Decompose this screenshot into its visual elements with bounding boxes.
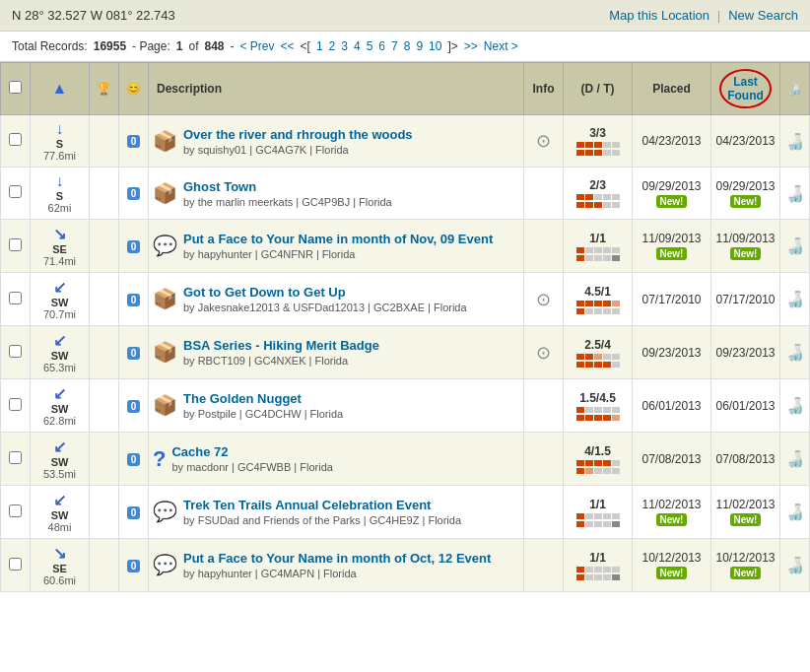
prev-link[interactable]: < Prev <box>240 39 275 53</box>
select-all-checkbox[interactable] <box>9 81 22 94</box>
badge-cell: 0 <box>119 539 149 592</box>
last-found-cell: 07/08/2013 <box>711 433 780 486</box>
row-checkbox[interactable] <box>9 133 22 146</box>
page-2-link[interactable]: 2 <box>329 39 336 53</box>
cache-title-link[interactable]: Got to Get Down to Get Up <box>183 285 346 300</box>
th-bottle: 🍶 <box>780 63 810 115</box>
cache-title-link[interactable]: Put a Face to Your Name in month of Nov,… <box>183 232 493 246</box>
row-checkbox-cell <box>1 433 31 486</box>
page-9-link[interactable]: 9 <box>416 39 423 53</box>
cache-meta: by RBCT109 | GC4NXEK | Florida <box>183 355 379 367</box>
log-bottle-icon[interactable]: 🍶 <box>785 450 805 467</box>
cache-type-cell: ? <box>153 446 166 472</box>
table-row: ↓ S 77.6mi 0 📦 Over the river and rhroug… <box>1 115 810 168</box>
page-1-link[interactable]: 1 <box>316 39 323 53</box>
row-checkbox[interactable] <box>9 558 22 571</box>
new-badge-lf: New! <box>730 513 762 526</box>
map-location-link[interactable]: Map this Location <box>609 8 709 23</box>
next-link[interactable]: Next > <box>484 39 518 53</box>
row-checkbox[interactable] <box>9 504 22 517</box>
log-bottle-icon[interactable]: 🍶 <box>785 504 805 520</box>
event-cache-icon: 💬 <box>153 235 177 256</box>
cache-title-link[interactable]: Put a Face to Your Name in month of Oct,… <box>183 551 491 566</box>
log-bottle-icon[interactable]: 🍶 <box>785 185 805 202</box>
last-found-header[interactable]: LastFound <box>719 69 772 108</box>
page-6-link[interactable]: 6 <box>378 39 385 53</box>
placed-cell: 10/12/2013 New! <box>633 539 711 592</box>
th-checkbox <box>1 63 31 115</box>
placed-date: 04/23/2013 <box>637 134 707 148</box>
cache-title-link[interactable]: Trek Ten Trails Annual Celebration Event <box>183 498 431 512</box>
last-found-date: 11/02/2013 <box>715 498 776 511</box>
row-checkbox[interactable] <box>9 398 22 411</box>
cache-info: Ghost Town by the marlin meerkats | GC4P… <box>183 179 392 208</box>
page-3-link[interactable]: 3 <box>341 39 348 53</box>
th-dt[interactable]: (D / T) <box>564 63 633 115</box>
row-checkbox[interactable] <box>9 238 22 251</box>
row-checkbox[interactable] <box>9 185 22 198</box>
page-8-link[interactable]: 8 <box>404 39 411 53</box>
info-cell <box>524 539 564 592</box>
count-badge: 0 <box>127 347 141 360</box>
distance-label: 60.6mi <box>34 574 85 586</box>
placed-date: 06/01/2013 <box>637 399 707 413</box>
new-badge-lf: New! <box>730 247 762 260</box>
dt-value: 1/1 <box>568 498 628 511</box>
th-last-found[interactable]: LastFound <box>711 63 780 115</box>
info-cell: ⊙ <box>524 115 564 168</box>
page-4-link[interactable]: 4 <box>354 39 361 53</box>
direction-cell: ↘ SE 60.6mi <box>31 539 90 592</box>
coordinates: N 28° 32.527 W 081° 22.743 <box>12 8 175 23</box>
cache-title-link[interactable]: Ghost Town <box>183 179 256 194</box>
pagination-bar: Total Records: 16955 - Page: 1 of 848 - … <box>0 32 810 62</box>
log-bottle-icon[interactable]: 🍶 <box>785 133 805 150</box>
dt-cell: 4.5/1 <box>564 273 633 326</box>
log-bottle-icon[interactable]: 🍶 <box>785 557 805 573</box>
th-face: 😊 <box>119 63 149 115</box>
direction-cell: ↙ SW 65.3mi <box>31 326 90 379</box>
log-bottle-icon[interactable]: 🍶 <box>785 291 805 307</box>
row-checkbox-cell <box>1 115 31 168</box>
info-cell <box>524 379 564 433</box>
new-search-link[interactable]: New Search <box>728 8 798 23</box>
dash-sep: - <box>231 39 235 53</box>
log-bottle-icon[interactable]: 🍶 <box>785 397 805 414</box>
page-10-link[interactable]: 10 <box>429 39 441 53</box>
cache-title-link[interactable]: BSA Series - Hiking Merit Badge <box>183 338 379 353</box>
sort-arrow-icon: ▲ <box>52 80 68 97</box>
distance-label: 53.5mi <box>34 468 85 480</box>
row-checkbox[interactable] <box>9 451 22 464</box>
cache-type-cell: 📦 <box>153 129 177 153</box>
traditional-cache-icon: 📦 <box>153 341 177 363</box>
log-bottle-icon[interactable]: 🍶 <box>785 344 805 361</box>
log-bottle-icon[interactable]: 🍶 <box>785 237 805 254</box>
placed-date: 09/23/2013 <box>637 346 707 360</box>
row-checkbox[interactable] <box>9 345 22 358</box>
last-found-cell: 07/17/2010 <box>711 273 780 326</box>
direction-cell: ↙ SW 62.8mi <box>31 379 90 433</box>
dt-cell: 2.5/4 <box>564 326 633 379</box>
badge-cell: 0 <box>119 326 149 379</box>
info-cell <box>524 168 564 220</box>
row-checkbox-cell <box>1 486 31 539</box>
page-7-link[interactable]: 7 <box>391 39 398 53</box>
row-checkbox[interactable] <box>9 292 22 304</box>
total-records-value: 16955 <box>94 39 126 53</box>
premium-icon: ⊙ <box>536 131 551 151</box>
cache-info: Trek Ten Trails Annual Celebration Event… <box>183 498 461 526</box>
cache-title-link[interactable]: The Golden Nugget <box>183 391 302 406</box>
th-placed[interactable]: Placed <box>633 63 711 115</box>
prev2-link[interactable]: << <box>281 39 295 53</box>
description-cell: 💬 Trek Ten Trails Annual Celebration Eve… <box>149 486 524 539</box>
new-badge: New! <box>656 513 688 526</box>
separator: | <box>717 9 720 23</box>
direction-label: SW <box>34 297 85 308</box>
cache-title-link[interactable]: Over the river and rhrough the woods <box>183 127 413 142</box>
page-5-link[interactable]: 5 <box>367 39 373 53</box>
cache-title-link[interactable]: Cache 72 <box>171 444 228 459</box>
placed-cell: 09/29/2013 New! <box>633 168 711 220</box>
next2-link[interactable]: >> <box>464 39 478 53</box>
direction-cell: ↙ SW 70.7mi <box>31 273 90 326</box>
th-direction[interactable]: ▲ <box>31 63 90 115</box>
last-found-cell: 04/23/2013 <box>711 115 780 168</box>
